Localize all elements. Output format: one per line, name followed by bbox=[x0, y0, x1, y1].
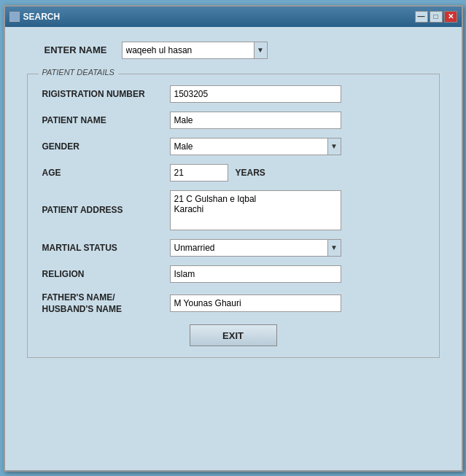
title-bar: SEARCH — □ ✕ bbox=[5, 7, 462, 27]
patient-details-box: PATIENT DEATAILS RIGISTRATION NUMBER PAT… bbox=[27, 74, 440, 359]
patient-name-row: PATIENT NAME bbox=[42, 112, 424, 129]
address-row: PATIENT ADDRESS 21 C Gulshan e Iqbal Kar… bbox=[42, 190, 424, 230]
exit-row: EXIT bbox=[42, 324, 424, 346]
address-label: PATIENT ADDRESS bbox=[42, 205, 159, 215]
exit-button[interactable]: EXIT bbox=[190, 324, 277, 346]
marital-label: MARTIAL STATUS bbox=[42, 243, 159, 253]
father-input[interactable] bbox=[170, 294, 341, 312]
window-body: ENTER NAME ▼ PATIENT DEATAILS RIGISTRATI… bbox=[5, 27, 462, 470]
app-icon bbox=[9, 12, 20, 22]
window-title: SEARCH bbox=[23, 12, 61, 22]
close-button[interactable]: ✕ bbox=[444, 11, 457, 23]
age-label: AGE bbox=[42, 168, 159, 178]
address-textarea[interactable]: 21 C Gulshan e Iqbal Karachi bbox=[170, 190, 341, 230]
gender-label: GENDER bbox=[42, 141, 159, 152]
religion-row: RELIGION bbox=[42, 265, 424, 283]
years-label: YEARS bbox=[236, 168, 265, 178]
registration-input[interactable] bbox=[170, 85, 341, 103]
marital-dropdown-arrow[interactable]: ▼ bbox=[327, 240, 341, 256]
title-bar-left: SEARCH bbox=[9, 12, 61, 22]
patient-name-label: PATIENT NAME bbox=[42, 115, 159, 125]
age-input-group: YEARS bbox=[170, 164, 265, 182]
father-label: FATHER'S NAME/HUSBAND'S NAME bbox=[42, 292, 159, 316]
age-input[interactable] bbox=[170, 164, 228, 182]
title-controls: — □ ✕ bbox=[415, 11, 457, 23]
gender-combo[interactable]: ▼ bbox=[170, 138, 341, 155]
enter-name-combo[interactable]: ▼ bbox=[122, 42, 268, 59]
marital-input[interactable] bbox=[171, 241, 327, 254]
registration-row: RIGISTRATION NUMBER bbox=[42, 85, 424, 103]
enter-name-input[interactable] bbox=[123, 44, 254, 57]
age-row: AGE YEARS bbox=[42, 164, 424, 182]
patient-name-input[interactable] bbox=[170, 112, 341, 129]
marital-row: MARTIAL STATUS ▼ bbox=[42, 239, 424, 257]
enter-name-dropdown-arrow[interactable]: ▼ bbox=[254, 42, 267, 58]
minimize-button[interactable]: — bbox=[415, 11, 428, 23]
father-row: FATHER'S NAME/HUSBAND'S NAME bbox=[42, 292, 424, 316]
gender-input[interactable] bbox=[171, 140, 327, 153]
main-window: SEARCH — □ ✕ ENTER NAME ▼ PATIENT DEATAI… bbox=[4, 5, 463, 472]
maximize-button[interactable]: □ bbox=[430, 11, 443, 23]
enter-name-row: ENTER NAME ▼ bbox=[27, 42, 440, 59]
religion-input[interactable] bbox=[170, 265, 341, 283]
marital-combo[interactable]: ▼ bbox=[170, 239, 341, 257]
registration-label: RIGISTRATION NUMBER bbox=[42, 89, 159, 99]
gender-dropdown-arrow[interactable]: ▼ bbox=[327, 138, 341, 155]
religion-label: RELIGION bbox=[42, 269, 159, 279]
gender-row: GENDER ▼ bbox=[42, 138, 424, 155]
enter-name-label: ENTER NAME bbox=[27, 44, 107, 55]
patient-details-legend: PATIENT DEATAILS bbox=[39, 68, 118, 77]
